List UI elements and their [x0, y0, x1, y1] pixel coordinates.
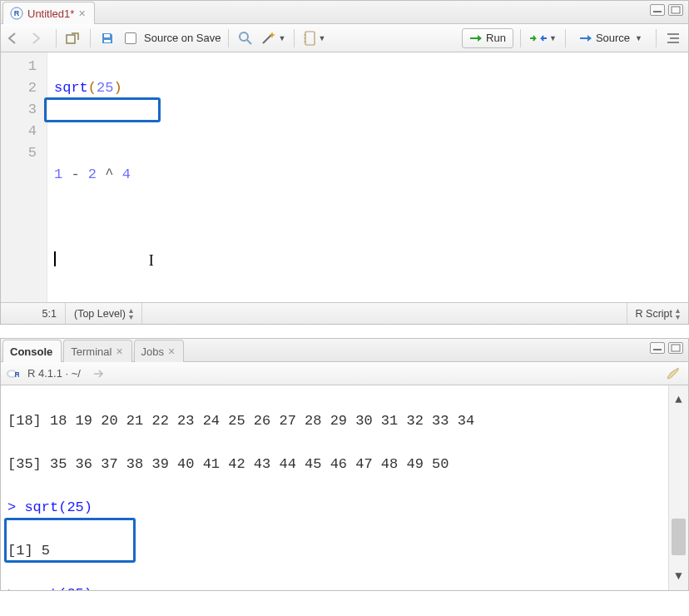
console-header: R R 4.1.1 · ~/: [1, 362, 688, 385]
line-number: 5: [1, 142, 37, 164]
maximize-pane-icon[interactable]: [668, 4, 683, 16]
svg-rect-2: [653, 11, 662, 12]
line3-highlight-annotation: [44, 97, 161, 122]
svg-rect-19: [653, 349, 662, 350]
pane-window-controls: [650, 4, 683, 16]
line-gutter: 1 2 3 4 5: [1, 52, 47, 302]
console-pane: Console Terminal× Jobs× R R 4.1.1 · ~/ […: [0, 338, 689, 591]
r-file-icon: R: [10, 7, 23, 20]
console-line: > sqrt(25): [7, 497, 682, 519]
svg-rect-4: [67, 35, 75, 43]
minimize-pane-icon[interactable]: [650, 342, 665, 354]
wand-icon[interactable]: ▼: [259, 28, 288, 48]
source-tabbar: R Untitled1* ×: [1, 1, 688, 24]
rerun-icon[interactable]: ▼: [528, 28, 558, 48]
scroll-up-icon[interactable]: ▲: [675, 385, 682, 414]
source-toolbar: Source on Save ▼ ▼ Run ▼ Source ▼: [1, 24, 688, 52]
source-button[interactable]: Source ▼: [573, 28, 649, 48]
minimize-pane-icon[interactable]: [650, 4, 665, 16]
svg-rect-5: [104, 34, 110, 37]
editor-tab-untitled1[interactable]: R Untitled1* ×: [2, 2, 95, 24]
source-label: Source: [596, 32, 630, 44]
code-line: [54, 121, 682, 142]
pane-window-controls: [650, 342, 683, 354]
svg-text:R: R: [14, 370, 19, 379]
source-on-save-checkbox[interactable]: [121, 28, 141, 48]
svg-rect-3: [672, 7, 680, 13]
text-cursor: [54, 251, 56, 266]
svg-rect-10: [305, 32, 315, 45]
console-line: [35] 35 36 37 38 39 40 41 42 43 44 45 46…: [7, 454, 682, 475]
ibeam-cursor: I: [149, 253, 154, 268]
close-icon[interactable]: ×: [168, 345, 175, 357]
outline-icon[interactable]: [663, 28, 683, 48]
tab-console[interactable]: Console: [2, 340, 62, 362]
back-icon[interactable]: [6, 28, 26, 48]
svg-rect-6: [104, 40, 111, 42]
code-line: 1 - 2 ^ 4: [54, 164, 682, 186]
line-number: 2: [1, 77, 37, 99]
console-highlight-annotation: [4, 518, 136, 563]
code-line: sqrt(25): [54, 77, 682, 99]
popout-icon[interactable]: [63, 28, 83, 48]
run-label: Run: [486, 32, 506, 44]
svg-line-8: [247, 40, 251, 44]
tab-terminal[interactable]: Terminal×: [63, 340, 131, 362]
line-number: 3: [1, 99, 37, 121]
console-line: > sqrt(25): [7, 584, 682, 590]
console-tabbar: Console Terminal× Jobs×: [1, 339, 688, 362]
source-arrow-icon: [579, 33, 592, 43]
tab-jobs[interactable]: Jobs×: [134, 340, 185, 362]
console-line: [18] 18 19 20 21 22 23 24 25 26 27 28 29…: [7, 410, 682, 432]
notebook-icon[interactable]: ▼: [301, 28, 327, 48]
find-icon[interactable]: [235, 28, 255, 48]
svg-rect-20: [672, 345, 680, 351]
scroll-down-icon[interactable]: ▼: [675, 562, 682, 590]
code-line: I: [54, 251, 682, 272]
code-line: [54, 207, 682, 229]
forward-icon[interactable]: [29, 28, 49, 48]
code-editor[interactable]: 1 2 3 4 5 sqrt(25) 1 - 2 ^ 4 I: [1, 52, 688, 302]
svg-point-7: [240, 32, 248, 41]
scroll-track[interactable]: [669, 414, 688, 562]
console-crumb: R 4.1.1 · ~/: [27, 367, 81, 380]
save-icon[interactable]: [97, 28, 117, 48]
line-number: 4: [1, 121, 37, 142]
r-logo-icon: R: [6, 367, 19, 380]
source-on-save-label: Source on Save: [144, 32, 221, 44]
svg-text:R: R: [14, 9, 20, 17]
run-button[interactable]: Run: [462, 28, 513, 48]
console-output[interactable]: [18] 18 19 20 21 22 23 24 25 26 27 28 29…: [1, 385, 688, 590]
scroll-thumb[interactable]: [672, 519, 686, 555]
console-scrollbar[interactable]: ▲ ▼: [668, 385, 688, 590]
run-arrow-icon: [469, 33, 483, 43]
editor-tab-title: Untitled1*: [27, 7, 74, 20]
maximize-pane-icon[interactable]: [668, 342, 683, 354]
close-icon[interactable]: ×: [116, 345, 122, 357]
source-pane: R Untitled1* × Source on Save ▼ ▼ Run ▼: [0, 0, 689, 325]
clear-console-icon[interactable]: [663, 364, 683, 384]
line-number: 1: [1, 56, 37, 77]
goto-wd-icon[interactable]: [89, 364, 109, 384]
code-area[interactable]: sqrt(25) 1 - 2 ^ 4 I: [47, 52, 688, 302]
close-icon[interactable]: ×: [78, 7, 85, 19]
